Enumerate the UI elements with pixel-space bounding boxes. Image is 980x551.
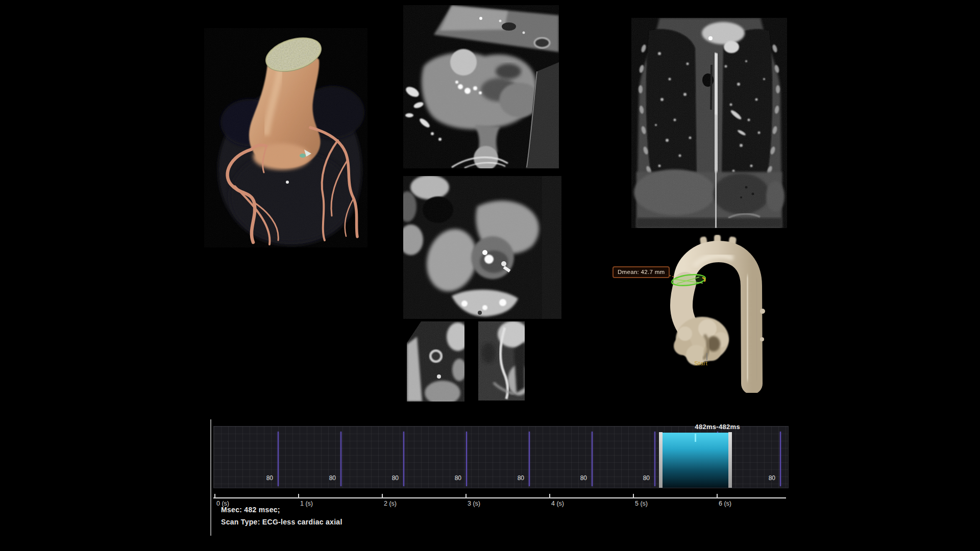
heart-rate-label: 80 [769,474,775,482]
axis-tick-mark [717,494,718,498]
axis-tick-mark [214,494,215,498]
axis-tick-mark [633,494,634,498]
timeline-axis: 0 (s)1 (s)2 (s)3 (s)4 (s)5 (s)6 (s) [213,497,789,513]
diameter-measurement-label[interactable]: Dmean: 42.7 mm [612,266,670,278]
phase-window[interactable] [663,433,729,488]
axis-tick-label: 5 (s) [635,500,648,507]
ct-thumbnail-left-art [407,321,464,402]
heart-rate-label: 80 [643,474,650,482]
phase-window-right-handle[interactable] [728,432,732,488]
scan-type-readout: Scan Type: ECG-less cardiac axial [221,518,342,526]
axis-tick-label: 6 (s) [719,500,731,507]
axis-tick-mark [465,494,467,498]
heart-rate-label: 80 [518,474,524,482]
heartbeat-line [654,432,655,486]
ct-oblique-axial-1-art [403,5,559,168]
heart-rate-label: 80 [266,474,273,482]
heartbeat-line [278,432,279,486]
axis-tick-mark [549,494,550,498]
axis-tick-mark [382,494,383,498]
aorta-surface-rendering-art [602,235,786,393]
axis-tick-mark [298,494,299,498]
heartbeat-line [403,432,404,486]
timeline-grid[interactable]: 808080808080808080 [213,426,789,488]
coronary-volume-rendering-art [204,28,368,247]
heart-rate-label: 80 [392,474,399,482]
viewport-ct-thumbnail-left[interactable] [407,321,464,402]
axis-tick-label: 2 (s) [384,500,397,507]
axis-tick-label: 1 (s) [300,500,313,507]
viewport-ct-oblique-axial-2[interactable] [403,176,561,319]
timeline-axis-line [213,497,786,498]
heartbeat-line [340,432,341,486]
viewport-3d-coronary[interactable] [204,28,368,247]
axis-tick-label: 3 (s) [468,500,480,507]
heartbeat-line [466,432,467,486]
heartbeat-line [592,432,593,486]
phase-marker [695,434,696,442]
msec-readout: Msec: 482 msec; [221,506,280,514]
heartbeat-line [529,432,530,486]
ct-thumbnail-right-art [478,321,525,400]
start-position-label: Start [694,360,707,366]
viewport-ct-coronal[interactable] [631,18,787,228]
heart-rate-label: 80 [580,474,587,482]
ct-coronal-art [631,18,787,228]
phase-range-label: 482ms-482ms [695,423,740,431]
axis-tick-label: 4 (s) [551,500,564,507]
ct-oblique-axial-2-art [403,176,561,319]
viewer-stage: Dmean: 42.7 mm Start 808080808080808080 … [0,0,980,551]
scan-timeline: 808080808080808080 482ms-482ms 0 (s)1 (s… [210,418,795,543]
heart-rate-label: 80 [455,474,461,482]
viewport-3d-aorta[interactable]: Dmean: 42.7 mm Start [602,235,786,393]
viewport-ct-oblique-axial-1[interactable] [403,5,559,168]
phase-window-left-handle[interactable] [659,432,663,488]
heartbeat-line [780,432,781,486]
timeline-left-divider [210,419,211,536]
heart-rate-label: 80 [329,474,336,482]
viewport-ct-thumbnail-right[interactable] [478,321,525,400]
